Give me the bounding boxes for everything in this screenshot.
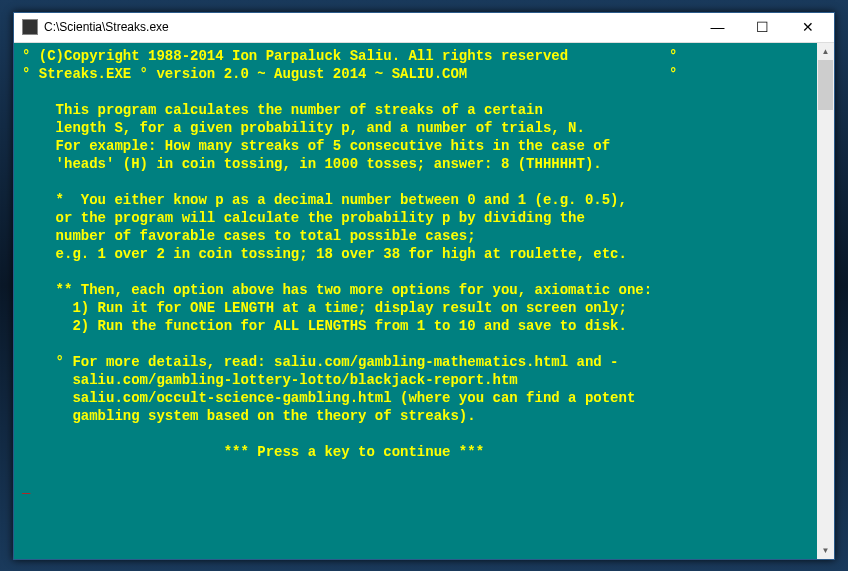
close-button[interactable]: ✕	[785, 13, 830, 41]
cursor: _	[22, 480, 30, 496]
text-line: number of favorable cases to total possi…	[22, 228, 476, 244]
text-line: ° For more details, read: saliu.com/gamb…	[22, 354, 619, 370]
console-area: ° (C)Copyright 1988-2014 Ion Parpaluck S…	[14, 43, 834, 559]
text-line: 2) Run the function for ALL LENGTHS from…	[22, 318, 627, 334]
text-line: This program calculates the number of st…	[22, 102, 543, 118]
text-line: e.g. 1 over 2 in coin tossing; 18 over 3…	[22, 246, 627, 262]
window-controls: — ☐ ✕	[695, 13, 830, 41]
scroll-down-arrow[interactable]: ▼	[817, 542, 834, 559]
minimize-button[interactable]: —	[695, 13, 740, 41]
console-output[interactable]: ° (C)Copyright 1988-2014 Ion Parpaluck S…	[14, 43, 817, 559]
maximize-button[interactable]: ☐	[740, 13, 785, 41]
text-line: ** Then, each option above has two more …	[22, 282, 652, 298]
text-line: length S, for a given probability p, and…	[22, 120, 585, 136]
text-line: or the program will calculate the probab…	[22, 210, 585, 226]
text-line: *** Press a key to continue ***	[22, 444, 484, 460]
text-line: ° Streaks.EXE ° version 2.0 ~ August 201…	[22, 66, 677, 82]
vertical-scrollbar[interactable]: ▲ ▼	[817, 43, 834, 559]
scroll-thumb[interactable]	[818, 60, 833, 110]
app-icon	[22, 19, 38, 35]
text-line: For example: How many streaks of 5 conse…	[22, 138, 610, 154]
text-line: ° (C)Copyright 1988-2014 Ion Parpaluck S…	[22, 48, 677, 64]
window-title: C:\Scientia\Streaks.exe	[44, 20, 695, 34]
scroll-up-arrow[interactable]: ▲	[817, 43, 834, 60]
text-line: 'heads' (H) in coin tossing, in 1000 tos…	[22, 156, 602, 172]
text-line: saliu.com/gambling-lottery-lotto/blackja…	[22, 372, 518, 388]
titlebar[interactable]: C:\Scientia\Streaks.exe — ☐ ✕	[14, 13, 834, 43]
text-line: * You either know p as a decimal number …	[22, 192, 627, 208]
application-window: C:\Scientia\Streaks.exe — ☐ ✕ ° (C)Copyr…	[13, 12, 835, 560]
text-line: saliu.com/occult-science-gambling.html (…	[22, 390, 635, 406]
text-line: 1) Run it for ONE LENGTH at a time; disp…	[22, 300, 627, 316]
text-line: gambling system based on the theory of s…	[22, 408, 476, 424]
